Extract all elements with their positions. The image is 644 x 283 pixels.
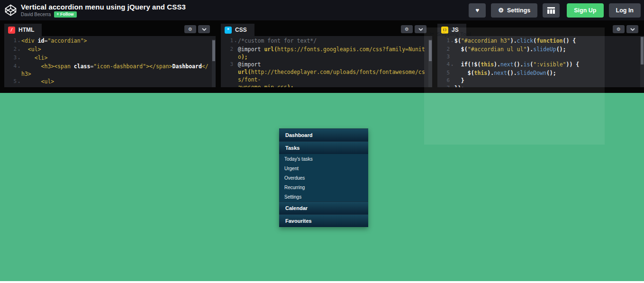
line-number: 1: [221, 37, 233, 46]
fold-marker-icon: [233, 46, 238, 61]
fold-marker-icon: [450, 84, 454, 87]
gear-icon: ⚙: [498, 7, 504, 13]
code-line[interactable]: 5 $(this).next().slideDown();: [437, 69, 644, 77]
sign-up-button[interactable]: Sign Up: [567, 3, 603, 18]
code-line[interactable]: 4▾ <h3><span class="icon-dashboard"></sp…: [4, 63, 216, 78]
gear-icon: ⚙: [617, 27, 621, 32]
line-number: 2: [221, 46, 233, 61]
fold-marker-icon: ▾: [17, 54, 21, 63]
js-tab-icon: (): [441, 27, 448, 34]
js-code-area[interactable]: 1▾$("#accordian h3").click(function() {2…: [437, 36, 644, 87]
code-text: });: [454, 84, 644, 87]
html-code-area[interactable]: 1▾<div id="accordian">2▾ <ul>3▾ <li>4▾ <…: [4, 36, 216, 87]
accordion-item-urgent[interactable]: Urgent: [279, 164, 368, 173]
css-panel-collapse-button[interactable]: [415, 25, 426, 33]
code-text: <ul>: [21, 78, 216, 86]
fold-marker-icon: ▾: [17, 37, 21, 46]
code-line[interactable]: 3▾ <li>: [4, 54, 216, 63]
css-code-area[interactable]: 1▾/*custom font for text*/2@import url(h…: [221, 36, 432, 87]
code-text: }: [454, 77, 644, 84]
html-tab-label: HTML: [18, 27, 34, 33]
js-editor-scrollbar-thumb[interactable]: [641, 37, 644, 64]
accordion-header-tasks[interactable]: Tasks: [279, 141, 368, 154]
accordion-header-favourites[interactable]: Favourites: [279, 214, 368, 227]
html-panel-gear-button[interactable]: ⚙: [184, 25, 196, 33]
line-number: 6: [4, 86, 17, 87]
code-line[interactable]: 1▾$("#accordian h3").click(function() {: [437, 37, 644, 46]
code-line[interactable]: 3: [437, 53, 644, 61]
tab-css[interactable]: * CSS: [221, 24, 254, 36]
js-panel-collapse-button[interactable]: [626, 25, 638, 33]
html-panel-collapse-button[interactable]: [198, 25, 210, 33]
gear-icon: ⚙: [188, 27, 192, 32]
accordion-item-today-s-tasks[interactable]: Today's tasks: [279, 154, 368, 164]
fold-marker-icon: ▾: [17, 78, 21, 86]
code-line[interactable]: 2▾ <ul>: [4, 46, 216, 54]
codepen-logo-icon[interactable]: [4, 4, 17, 17]
code-text: <li>: [21, 54, 216, 63]
line-number: 4: [437, 61, 450, 69]
settings-button[interactable]: ⚙ Settings: [491, 3, 537, 18]
code-text: [454, 53, 644, 61]
code-line[interactable]: 1▾/*custom font for text*/: [221, 37, 432, 46]
code-line[interactable]: 2@import url(https://fonts.googleapis.co…: [221, 46, 432, 61]
pen-title-block: Vertical accordion menu using jQuery and…: [21, 3, 186, 18]
js-editor-scrollbar: [640, 36, 644, 87]
code-line[interactable]: 1▾<div id="accordian">: [4, 37, 216, 46]
result-preview-pane: DashboardTasksToday's tasksUrgentOverdue…: [0, 93, 644, 281]
code-text: <h3><span class="icon-dashboard"></span>…: [21, 63, 216, 78]
code-text: <div id="accordian">: [21, 37, 216, 46]
code-line[interactable]: 5▾ <ul>: [4, 78, 216, 86]
line-number: 4: [4, 63, 17, 78]
fold-marker-icon: [233, 61, 238, 87]
tab-js[interactable]: () JS: [437, 24, 466, 36]
top-header: Vertical accordion menu using jQuery and…: [0, 0, 644, 20]
accordion-header-calendar[interactable]: Calendar: [279, 201, 368, 214]
layout-view-button[interactable]: [543, 3, 560, 18]
code-line[interactable]: 2 $("#accordian ul ul").slideUp();: [437, 46, 644, 53]
css-panel-gear-button[interactable]: ⚙: [401, 25, 413, 33]
js-tab-label: JS: [452, 27, 459, 33]
css-tab-label: CSS: [235, 27, 247, 33]
line-number: 3: [4, 54, 17, 63]
heart-icon: ♥: [475, 7, 479, 13]
accordion-header-dashboard[interactable]: Dashboard: [279, 128, 368, 141]
chevron-down-icon: [202, 28, 207, 31]
code-line[interactable]: 4▾ if(!$(this).next().is(":visible")) {: [437, 61, 644, 69]
tab-html[interactable]: / HTML: [4, 24, 42, 36]
accordion-item-recurring[interactable]: Recurring: [279, 183, 368, 192]
accordion-item-settings[interactable]: Settings: [279, 192, 368, 201]
line-number: 5: [4, 78, 17, 86]
line-number: 6: [437, 77, 450, 84]
fold-marker-icon: ▾: [17, 86, 21, 87]
code-line[interactable]: 7});: [437, 84, 644, 87]
code-text: /*custom font for text*/: [238, 37, 432, 46]
js-panel-gear-button[interactable]: ⚙: [613, 25, 625, 33]
html-editor-panel: / HTML ⚙ 1▾<div id="accordian">2▾ <ul>3▾…: [4, 20, 216, 87]
line-number: 5: [437, 69, 450, 77]
heart-button[interactable]: ♥: [469, 3, 486, 18]
log-in-button[interactable]: Log In: [609, 3, 641, 18]
accordion-item-overdues[interactable]: Overdues: [279, 173, 368, 183]
code-text: $("#accordian ul ul").slideUp();: [454, 46, 644, 53]
chevron-down-icon: [630, 28, 635, 31]
accordion-menu: DashboardTasksToday's tasksUrgentOverdue…: [279, 128, 368, 227]
line-number: 2: [437, 46, 450, 53]
fold-marker-icon: [450, 69, 454, 77]
code-line[interactable]: 6 }: [437, 77, 644, 84]
gear-icon: ⚙: [405, 27, 409, 32]
line-number: 3: [221, 61, 233, 87]
code-text: if(!$(this).next().is(":visible")) {: [454, 61, 644, 69]
html-editor-scrollbar-thumb[interactable]: [212, 40, 215, 61]
css-editor-scrollbar-thumb[interactable]: [429, 40, 432, 61]
follow-button[interactable]: + Follow: [54, 11, 76, 18]
fold-marker-icon: ▾: [17, 46, 21, 54]
line-number: 1: [4, 37, 17, 46]
line-number: 3: [437, 53, 450, 61]
code-line[interactable]: 6▾ <li><a href="#">Reports</a></li>: [4, 86, 216, 87]
code-text: $(this).next().slideDown();: [454, 69, 644, 77]
header-buttons: ♥ ⚙ Settings Sign Up Log In: [469, 3, 641, 18]
pen-author[interactable]: David Becerra: [21, 12, 51, 17]
js-editor-panel: () JS ⚙ 1▾$("#accordian h3").click(funct…: [437, 20, 644, 87]
code-line[interactable]: 3@importurl(http://thecodeplayer.com/upl…: [221, 61, 432, 87]
